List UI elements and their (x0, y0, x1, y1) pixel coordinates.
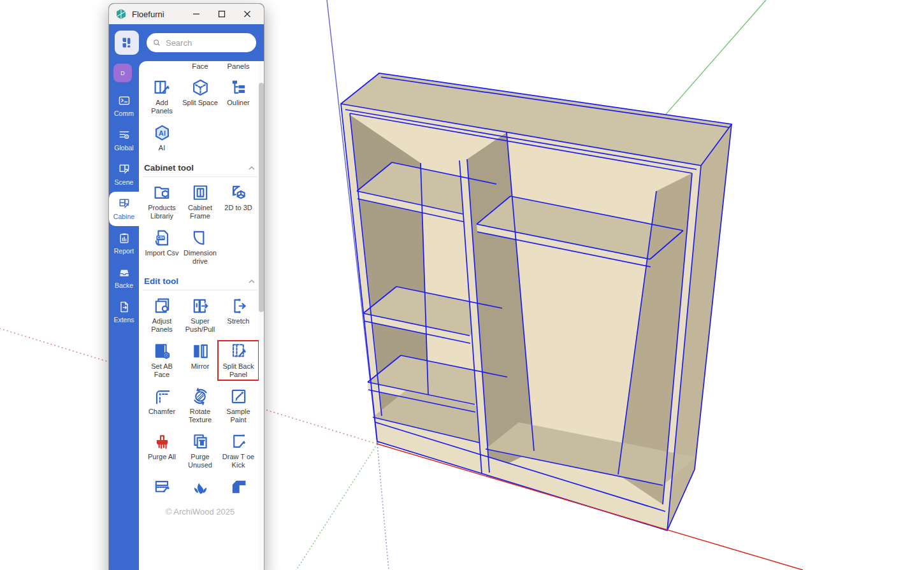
tool-super-push-pull[interactable]: Super Push/Pull (181, 297, 219, 334)
tool-label: Sample Paint (220, 408, 256, 424)
sidebar-item-global[interactable]: Global (109, 123, 139, 157)
set-ab-face-icon (153, 342, 171, 360)
tool-label: Products Librariy (144, 204, 180, 220)
tool-cabinet-frame[interactable]: Cabinet Frame (181, 183, 219, 220)
tool-grid: Adjust PanelsSuper Push/PullStretchSet A… (143, 297, 257, 498)
tool-products-librariy[interactable]: Products Librariy (143, 183, 181, 220)
sidebar-item-report[interactable]: Report (109, 226, 139, 260)
partial-label (143, 62, 181, 72)
tool-draw-t-oe-kick[interactable]: Draw T oe Kick (219, 432, 257, 469)
drawer-edit-icon (153, 478, 171, 496)
scrollbar-thumb[interactable] (259, 83, 264, 312)
sidebar-item-scene[interactable]: Scene (109, 157, 139, 192)
dimension-drive-icon (191, 229, 210, 247)
sidebar-item-label: Scene (115, 178, 134, 186)
tool-panel: Face Panels Add PanelsSplit SpaceOuliner… (139, 61, 264, 570)
sidebar-item-comm[interactable]: Comm (109, 89, 139, 123)
cabinet-icon (118, 197, 131, 210)
partial-label-panels[interactable]: Panels (219, 62, 257, 72)
window-title: Floefurni (132, 10, 184, 19)
cabinet-model[interactable] (341, 73, 803, 570)
svg-text:AI: AI (159, 129, 166, 137)
tool-purge-all[interactable]: Purge All (143, 432, 181, 469)
sidebar-item-cabine[interactable]: Cabine (109, 192, 139, 226)
tool-drawer-edit-icon[interactable] (143, 478, 181, 498)
section-title: Edit tool (144, 276, 247, 286)
search-icon (153, 38, 161, 47)
corner-molding-icon (229, 478, 248, 496)
minimize-icon[interactable] (184, 6, 209, 22)
stretch-icon (229, 297, 248, 315)
partial-tool-labels: Face Panels (143, 62, 257, 72)
tool-wood-grain-icon[interactable] (181, 478, 219, 498)
draw-toe-kick-icon (229, 432, 248, 451)
svg-text:CSV: CSV (157, 236, 164, 239)
super-push-pull-icon (191, 297, 210, 315)
sidebar-item-extens[interactable]: Extens (109, 295, 139, 329)
tool-label: Ouliner (227, 99, 249, 107)
tool-purge-unused[interactable]: Purge Unused (181, 432, 219, 469)
sidebar-item-label: Report (114, 247, 134, 255)
tool-sample-paint[interactable]: Sample Paint (219, 387, 257, 424)
collapse-chevron-icon[interactable] (247, 164, 256, 173)
partial-label-face[interactable]: Face (181, 62, 219, 72)
tool-adjust-panels[interactable]: Adjust Panels (143, 297, 181, 334)
maximize-icon[interactable] (209, 6, 235, 22)
purge-all-icon (153, 432, 171, 451)
scene-icon (118, 163, 131, 176)
collapse-chevron-icon[interactable] (247, 277, 256, 286)
tool-label: Split Back Panel (220, 362, 256, 379)
sidebar-item-label: Backe (115, 281, 133, 289)
sample-paint-icon (229, 387, 248, 406)
tool-label: Set AB Face (144, 362, 180, 379)
tool-split-space[interactable]: Split Space (181, 78, 219, 115)
tool-import-csv[interactable]: CSVImport Csv (143, 229, 181, 266)
floefurni-window: Floefurni D CommGlobalSceneCabineReportB… (108, 3, 264, 570)
tool-label: Chamfer (148, 408, 175, 416)
search-input[interactable] (164, 38, 250, 48)
tool-label: Super Push/Pull (182, 317, 218, 334)
tool-split-back-panel[interactable]: Split Back Panel (219, 342, 257, 379)
tool-stretch[interactable]: Stretch (219, 297, 257, 334)
command-icon (118, 94, 131, 107)
tool-label: Import Csv (145, 249, 178, 257)
wood-grain-icon (191, 478, 210, 496)
copyright-text: © ArchiWood 2025 (143, 507, 257, 517)
avatar[interactable]: D (113, 64, 132, 82)
tool-set-ab-face[interactable]: Set AB Face (143, 342, 181, 379)
tool-ouliner[interactable]: Ouliner (219, 78, 257, 115)
tool-corner-molding-icon[interactable] (219, 478, 257, 498)
tool-ai[interactable]: AIAI (143, 124, 181, 152)
extension-icon (118, 301, 131, 313)
tool-2d-to-3d[interactable]: 2D to 3D (219, 183, 257, 220)
sidebar-item-label: Comm (114, 110, 134, 117)
tool-chamfer[interactable]: Chamfer (143, 387, 181, 424)
split-back-panel-icon (229, 342, 248, 360)
tool-label: Cabinet Frame (182, 204, 218, 220)
outliner-icon (229, 78, 248, 97)
close-icon[interactable] (235, 6, 260, 22)
titlebar[interactable]: Floefurni (109, 4, 264, 24)
panel-scrollbar[interactable] (259, 61, 264, 570)
tool-label: Purge All (148, 453, 176, 461)
tool-label: Adjust Panels (144, 317, 180, 334)
tool-dimension-drive[interactable]: Dimension drive (181, 229, 219, 266)
tool-add-panels[interactable]: Add Panels (143, 78, 181, 115)
sidebar-item-backe[interactable]: Backe (109, 260, 139, 295)
split-space-icon (191, 78, 210, 97)
tool-label: Stretch (227, 317, 250, 325)
mirror-icon (191, 342, 210, 360)
global-settings-icon (118, 129, 131, 141)
tool-rotate-texture[interactable]: Rotate Texture (181, 387, 219, 424)
sidebar: D CommGlobalSceneCabineReportBackeExtens (109, 61, 139, 570)
purge-unused-icon (191, 432, 210, 451)
ai-icon: AI (153, 124, 171, 142)
tool-label: Draw T oe Kick (220, 453, 256, 469)
2d-to-3d-icon (229, 183, 248, 202)
tool-mirror[interactable]: Mirror (181, 342, 219, 379)
section-header-edit-tool: Edit tool (143, 274, 257, 290)
sidebar-item-label: Extens (113, 316, 134, 324)
products-library-icon (153, 183, 171, 202)
page: { "titlebar": { "title": "Floefurni", "a… (0, 0, 924, 570)
chamfer-icon (153, 387, 171, 406)
